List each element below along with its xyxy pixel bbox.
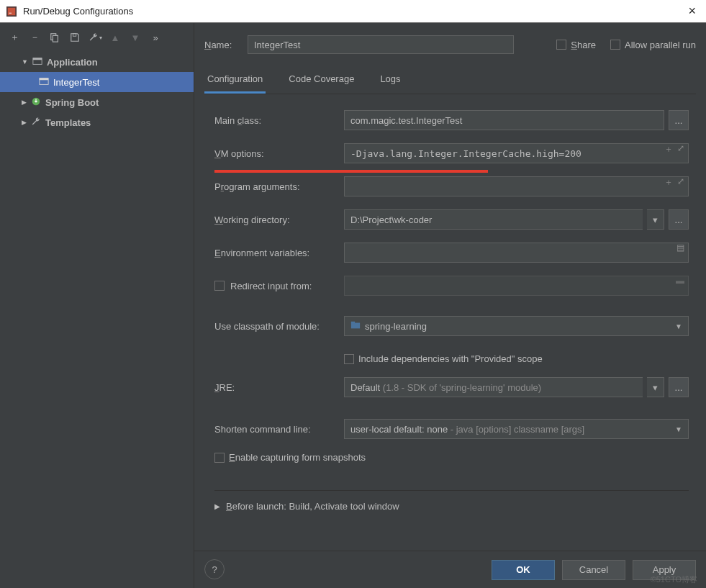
tab-logs[interactable]: Logs (377, 68, 403, 94)
enable-snapshots-checkbox[interactable]: Enable capturing form snapshots (214, 452, 366, 463)
tab-configuration[interactable]: Configuration (204, 68, 266, 94)
expand-right-icon: ▶ (214, 502, 220, 510)
watermark: ©51CTO博客 (651, 574, 697, 585)
module-icon (350, 320, 361, 333)
jre-select[interactable]: Default (1.8 - SDK of 'spring-learning' … (344, 377, 643, 397)
more-icon[interactable]: » (147, 29, 164, 46)
include-deps-checkbox[interactable]: Include dependencies with "Provided" sco… (344, 353, 543, 364)
working-dir-history-button[interactable]: ▾ (647, 209, 664, 230)
application-item-icon (39, 76, 49, 89)
browse-main-class-button[interactable]: ... (669, 110, 689, 130)
title-bar: Run/Debug Configurations × (0, 0, 706, 23)
expand-icon: ▶ (22, 99, 27, 106)
classpath-value: spring-learning (365, 321, 427, 332)
chevron-down-icon: ▼ (675, 425, 682, 433)
expand-icon[interactable]: ⤢ (677, 143, 684, 155)
expand-icon: ▶ (22, 119, 27, 126)
classpath-select[interactable]: spring-learning ▼ (344, 316, 689, 336)
window-title: Run/Debug Configurations (23, 6, 133, 17)
add-inline-icon[interactable]: ＋ (664, 143, 673, 155)
tab-code-coverage[interactable]: Code Coverage (286, 68, 357, 94)
sidebar: ＋ － ▾ ▲ ▼ » ▼ Application IntegerTest ▶ … (0, 23, 194, 588)
svg-rect-1 (8, 7, 16, 15)
close-icon[interactable]: × (684, 4, 700, 19)
ok-button[interactable]: OK (492, 560, 555, 580)
redirect-input-path (344, 276, 689, 296)
working-directory-label: Working directory: (214, 214, 344, 225)
env-variables-input[interactable] (344, 243, 689, 263)
jre-value: Default (1.8 - SDK of 'spring-learning' … (350, 382, 541, 393)
add-inline-icon[interactable]: ＋ (664, 176, 673, 189)
main-class-input[interactable] (344, 110, 664, 130)
springboot-icon (31, 96, 41, 109)
cancel-button[interactable]: Cancel (562, 560, 625, 580)
tree-label: Application (47, 57, 98, 68)
svg-rect-7 (33, 58, 42, 60)
svg-rect-4 (53, 35, 58, 42)
tree-item-integertest[interactable]: IntegerTest (0, 72, 194, 92)
shorten-label: Shorten command line: (214, 424, 344, 435)
tree-label: Templates (45, 117, 91, 128)
svg-rect-12 (351, 321, 355, 323)
jre-label: JRE: (214, 382, 344, 393)
before-launch-section[interactable]: ▶ Before launch: Build, Activate tool wi… (214, 501, 689, 512)
classpath-label: Use classpath of module: (214, 321, 344, 332)
application-icon (32, 56, 42, 68)
redirect-input-checkbox[interactable]: Redirect input from: (214, 281, 344, 291)
folder-icon: ▬ (676, 276, 684, 286)
up-icon[interactable]: ▲ (107, 29, 124, 46)
name-input[interactable] (248, 35, 514, 54)
save-icon[interactable] (66, 29, 83, 46)
svg-rect-2 (9, 12, 12, 13)
main-class-label: Main class: (214, 115, 344, 126)
chevron-down-icon: ▼ (675, 322, 682, 330)
working-directory-input[interactable] (344, 209, 643, 230)
list-icon[interactable]: ▤ (676, 243, 684, 253)
allow-parallel-checkbox[interactable]: Allow parallel run (610, 40, 696, 50)
down-icon[interactable]: ▼ (127, 29, 144, 46)
program-arguments-label: Program arguments: (214, 181, 344, 192)
share-checkbox[interactable]: Share (556, 40, 596, 50)
tree-label: Spring Boot (45, 97, 99, 108)
vm-options-input[interactable] (344, 143, 689, 163)
shorten-select[interactable]: user-local default: none - java [options… (344, 419, 689, 439)
dialog-footer: ? OK Cancel Apply ©51CTO博客 (194, 551, 706, 588)
vm-options-label: VM options: (214, 148, 344, 159)
svg-rect-9 (40, 78, 48, 80)
svg-rect-11 (351, 322, 360, 328)
name-label: Name: (204, 40, 242, 50)
wrench-icon (31, 117, 41, 129)
browse-jre-button[interactable]: ... (669, 377, 689, 397)
help-button[interactable]: ? (204, 559, 225, 579)
tree-node-templates[interactable]: ▶ Templates (0, 112, 194, 132)
shorten-value: user-local default: none - java [options… (350, 424, 584, 435)
tree-node-application[interactable]: ▼ Application (0, 52, 194, 72)
expand-icon: ▼ (22, 58, 28, 65)
program-arguments-input[interactable] (344, 176, 689, 196)
jre-dropdown-button[interactable]: ▾ (647, 377, 664, 397)
app-icon (6, 6, 17, 17)
remove-icon[interactable]: － (26, 29, 43, 46)
wrench-icon[interactable]: ▾ (86, 29, 104, 46)
tree-node-springboot[interactable]: ▶ Spring Boot (0, 92, 194, 112)
sidebar-toolbar: ＋ － ▾ ▲ ▼ » (0, 23, 194, 52)
env-variables-label: Environment variables: (214, 248, 344, 258)
config-tree: ▼ Application IntegerTest ▶ Spring Boot … (0, 52, 194, 132)
configuration-form: Main class: ... VM options: ＋ ⤢ (204, 94, 696, 512)
tabs: Configuration Code Coverage Logs (204, 68, 696, 94)
main-panel: Name: Share Allow parallel run Configura… (194, 23, 706, 588)
add-icon[interactable]: ＋ (6, 29, 23, 46)
expand-icon[interactable]: ⤢ (677, 176, 684, 189)
copy-icon[interactable] (46, 29, 63, 46)
browse-working-dir-button[interactable]: ... (669, 209, 689, 230)
tree-label: IntegerTest (53, 77, 99, 88)
